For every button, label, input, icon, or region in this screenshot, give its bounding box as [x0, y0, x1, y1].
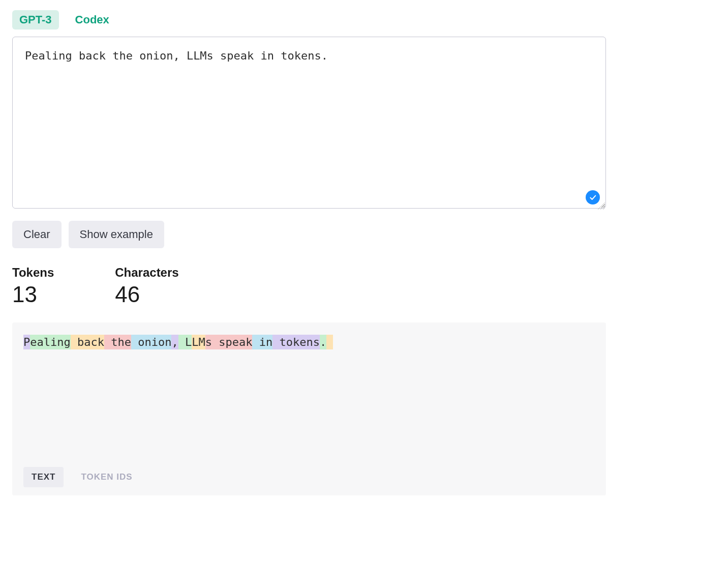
token-span: speak [212, 335, 252, 349]
token-span: . [320, 335, 326, 349]
token-span: the [104, 335, 131, 349]
check-badge-icon [586, 190, 600, 204]
tokenizer-input[interactable] [12, 37, 606, 209]
token-span: onion [131, 335, 171, 349]
token-span: , [171, 335, 178, 349]
token-span: P [23, 335, 30, 349]
token-span: in [252, 335, 272, 349]
token-span: LM [192, 335, 205, 349]
token-span: L [178, 335, 192, 349]
stat-characters: Characters 46 [115, 266, 178, 307]
model-tabs: GPT-3 Codex [12, 10, 716, 30]
view-tab-token-ids[interactable]: TOKEN IDS [73, 467, 140, 487]
view-tab-text[interactable]: TEXT [23, 467, 64, 487]
token-visualization-panel: Pealing back the onion, LLMs speak in to… [12, 322, 606, 495]
input-wrapper [12, 37, 606, 211]
token-span [326, 335, 333, 349]
token-span: s [205, 335, 212, 349]
tab-codex[interactable]: Codex [68, 10, 116, 30]
tokenizer-page: GPT-3 Codex Clear Show example Tokens 13… [0, 0, 728, 516]
show-example-button[interactable]: Show example [69, 221, 164, 248]
tokens-label: Tokens [12, 266, 54, 280]
token-span: ealing [30, 335, 70, 349]
clear-button[interactable]: Clear [12, 221, 62, 248]
button-row: Clear Show example [12, 221, 716, 248]
token-span: tokens [272, 335, 320, 349]
characters-value: 46 [115, 282, 178, 307]
tab-gpt3[interactable]: GPT-3 [12, 10, 59, 30]
stats-row: Tokens 13 Characters 46 [12, 266, 716, 307]
tokens-value: 13 [12, 282, 54, 307]
stat-tokens: Tokens 13 [12, 266, 54, 307]
view-tabs: TEXT TOKEN IDS [23, 467, 595, 487]
token-span: back [71, 335, 104, 349]
token-line: Pealing back the onion, LLMs speak in to… [23, 334, 595, 350]
characters-label: Characters [115, 266, 178, 280]
